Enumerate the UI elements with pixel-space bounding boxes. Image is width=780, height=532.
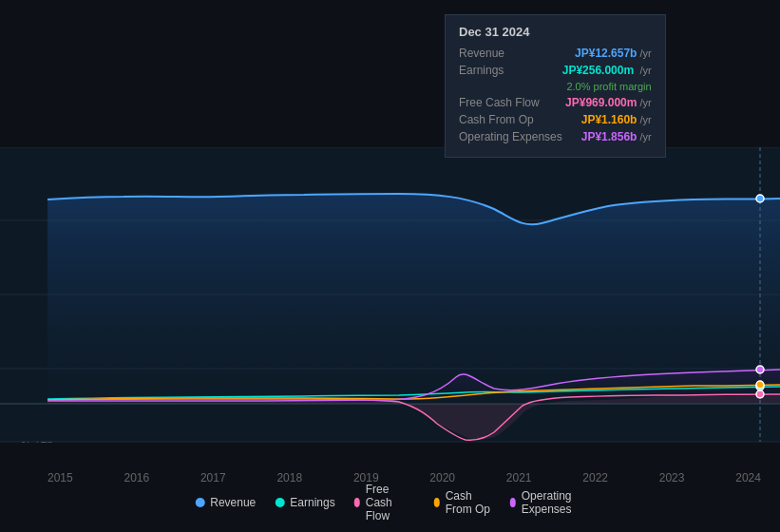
legend-dot-earnings xyxy=(275,498,284,507)
tooltip-row-revenue: Revenue JP¥12.657b/yr xyxy=(459,47,652,60)
legend-dot-revenue xyxy=(195,498,204,507)
tooltip-label-earnings: Earnings xyxy=(459,64,504,77)
legend-dot-cashop xyxy=(434,498,440,507)
tooltip-value-revenue: JP¥12.657b xyxy=(575,47,637,60)
legend-label-earnings: Earnings xyxy=(290,496,334,509)
legend-item-fcf[interactable]: Free Cash Flow xyxy=(354,483,415,522)
tooltip-label-fcf: Free Cash Flow xyxy=(459,96,540,109)
x-tick-2023: 2023 xyxy=(659,471,685,484)
tooltip-box: Dec 31 2024 Revenue JP¥12.657b/yr Earnin… xyxy=(445,14,666,158)
tooltip-row-cashop: Cash From Op JP¥1.160b/yr xyxy=(459,113,652,126)
tooltip-row-fcf: Free Cash Flow JP¥969.000m/yr xyxy=(459,96,652,109)
x-tick-2022: 2022 xyxy=(582,471,608,484)
tooltip-label-cashop: Cash From Op xyxy=(459,113,534,126)
chart-legend: Revenue Earnings Free Cash Flow Cash Fro… xyxy=(195,483,585,522)
svg-point-10 xyxy=(756,390,764,398)
chart-svg xyxy=(0,147,780,470)
legend-item-earnings[interactable]: Earnings xyxy=(275,496,334,509)
tooltip-row-earnings: Earnings JP¥256.000m /yr xyxy=(459,64,652,77)
tooltip-row-opex: Operating Expenses JP¥1.856b/yr xyxy=(459,130,652,143)
legend-item-opex[interactable]: Operating Expenses xyxy=(510,489,585,516)
chart-container: Dec 31 2024 Revenue JP¥12.657b/yr Earnin… xyxy=(0,0,780,532)
tooltip-unit-opex: /yr xyxy=(639,131,651,142)
tooltip-value-fcf: JP¥969.000m xyxy=(565,96,637,109)
svg-point-8 xyxy=(756,195,764,202)
tooltip-unit-fcf: /yr xyxy=(639,97,651,108)
legend-item-cashop[interactable]: Cash From Op xyxy=(434,489,491,516)
tooltip-value-earnings: JP¥256.000m xyxy=(562,64,634,77)
profit-margin-label: 2.0% profit margin xyxy=(566,81,651,92)
legend-dot-fcf xyxy=(354,498,360,507)
x-tick-2015: 2015 xyxy=(48,471,73,484)
legend-label-cashop: Cash From Op xyxy=(446,489,491,516)
svg-point-12 xyxy=(756,366,764,373)
tooltip-label-revenue: Revenue xyxy=(459,47,504,60)
legend-dot-opex xyxy=(510,498,516,507)
legend-label-opex: Operating Expenses xyxy=(522,489,585,516)
tooltip-value-opex: JP¥1.856b xyxy=(581,130,637,143)
tooltip-row-margin: 2.0% profit margin xyxy=(459,81,652,92)
tooltip-unit-earnings: /yr xyxy=(639,65,651,76)
tooltip-value-cashop: JP¥1.160b xyxy=(581,113,637,126)
svg-point-11 xyxy=(756,381,764,389)
tooltip-date: Dec 31 2024 xyxy=(459,25,652,39)
tooltip-label-opex: Operating Expenses xyxy=(459,130,562,143)
x-tick-2024: 2024 xyxy=(735,471,761,484)
legend-item-revenue[interactable]: Revenue xyxy=(195,496,256,509)
tooltip-unit-cashop: /yr xyxy=(639,114,651,125)
x-tick-2016: 2016 xyxy=(124,471,149,484)
legend-label-fcf: Free Cash Flow xyxy=(366,483,415,522)
legend-label-revenue: Revenue xyxy=(210,496,256,509)
tooltip-unit-revenue: /yr xyxy=(639,48,651,59)
